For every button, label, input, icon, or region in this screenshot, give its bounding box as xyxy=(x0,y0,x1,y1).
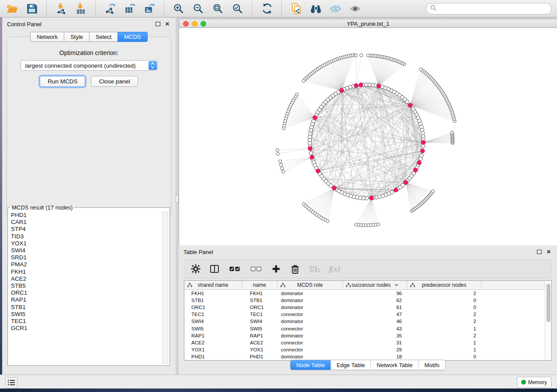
delete-column-icon[interactable] xyxy=(308,264,321,274)
gear-icon[interactable] xyxy=(190,264,201,274)
column-header-name[interactable]: name xyxy=(242,281,277,289)
mcds-result-item[interactable]: ORC1 xyxy=(11,289,160,296)
search-box[interactable] xyxy=(426,3,552,14)
search-network-icon[interactable] xyxy=(309,2,323,16)
close-panel-icon[interactable]: ✕ xyxy=(164,21,171,28)
import-table-icon[interactable] xyxy=(74,2,88,16)
export-table-icon[interactable] xyxy=(123,2,137,16)
copy-network-icon[interactable] xyxy=(289,2,303,16)
tab-select[interactable]: Select xyxy=(89,32,118,42)
network-graph[interactable] xyxy=(179,28,557,245)
cell-name: ORC1 xyxy=(242,305,277,310)
cell-predecessor-nodes: 2 xyxy=(407,333,481,338)
criterion-select[interactable]: largest connected component (undirected) xyxy=(21,60,158,71)
column-header-shared-name[interactable]: shared name xyxy=(184,281,242,289)
hide-unselected-icon[interactable] xyxy=(329,2,343,16)
tab-node-table[interactable]: Node Table xyxy=(291,360,331,370)
mcds-result-item[interactable]: YOX1 xyxy=(11,240,160,247)
node-table: shared namenameMCDS rolesuccessor nodesp… xyxy=(184,280,552,361)
cell-name: SWI5 xyxy=(242,326,277,331)
table-scrollbar[interactable] xyxy=(545,281,551,360)
export-network-icon[interactable] xyxy=(103,2,117,16)
table-row[interactable]: ORC1ORC1dominator610 xyxy=(184,304,551,311)
table-row[interactable]: TEC1TEC1connector472 xyxy=(184,311,551,318)
mcds-result-item[interactable]: SWI4 xyxy=(11,247,160,254)
search-input[interactable] xyxy=(439,5,547,12)
network-view-window: YPA_prune.txt_1 xyxy=(179,20,557,245)
mcds-result-item[interactable]: ACE2 xyxy=(11,275,160,282)
table-row[interactable]: RAP1RAP1dominator352 xyxy=(184,332,551,339)
panel-splitter[interactable] xyxy=(176,17,179,375)
mcds-result-item[interactable]: STP4 xyxy=(11,226,160,233)
table-row[interactable]: SWI4SWI4dominator462 xyxy=(184,318,551,325)
close-table-panel-icon[interactable]: ✕ xyxy=(545,248,552,255)
tab-network[interactable]: Network xyxy=(30,32,64,42)
open-file-icon[interactable] xyxy=(5,2,19,16)
mcds-result-item[interactable]: TEC1 xyxy=(11,318,160,325)
tab-network-table[interactable]: Network Table xyxy=(370,360,418,370)
columns-icon[interactable] xyxy=(209,264,220,274)
function-icon[interactable]: f(x) xyxy=(329,265,340,274)
cell-predecessor-nodes: 2 xyxy=(407,312,481,317)
column-header-successor-nodes[interactable]: successor nodes xyxy=(343,281,407,289)
trash-icon[interactable] xyxy=(290,264,300,274)
mcds-result-item[interactable]: STB5 xyxy=(11,282,160,289)
cell-MCDS-role: connector xyxy=(277,326,343,331)
table-row[interactable]: YOX1YOX1connector291 xyxy=(184,346,551,353)
float-panel-icon[interactable] xyxy=(154,21,161,28)
mcds-result-item[interactable]: GCR1 xyxy=(11,325,160,332)
mcds-result-item[interactable]: PHD1 xyxy=(11,212,160,219)
table-row[interactable]: ACE2ACE2connector311 xyxy=(184,339,551,346)
tab-motifs[interactable]: Motifs xyxy=(418,360,445,370)
column-header-MCDS-role[interactable]: MCDS role xyxy=(277,281,343,289)
table-panel-tabs: Node TableEdge TableNetwork TableMotifs xyxy=(290,360,446,370)
table-row[interactable]: SWI5SWI5connector431 xyxy=(184,325,551,332)
cell-MCDS-role: connector xyxy=(277,340,343,345)
save-session-icon[interactable] xyxy=(25,2,39,16)
export-image-icon[interactable] xyxy=(142,2,156,16)
refresh-icon[interactable] xyxy=(260,2,274,16)
mcds-result-item[interactable]: CAR1 xyxy=(11,219,160,226)
zoom-selected-icon[interactable] xyxy=(231,2,245,16)
column-header-predecessor-nodes[interactable]: predecessor nodes xyxy=(407,281,481,289)
mcds-result-item[interactable]: SWI5 xyxy=(11,311,160,318)
cell-name: YOX1 xyxy=(242,347,277,352)
cell-shared-name: STB1 xyxy=(184,298,242,303)
memory-button[interactable]: Memory xyxy=(517,377,551,388)
import-network-icon[interactable] xyxy=(54,2,68,16)
mcds-panel: Optimization criterion: largest connecte… xyxy=(7,37,171,218)
zoom-out-icon[interactable] xyxy=(191,2,205,16)
task-history-button[interactable] xyxy=(5,377,17,388)
zoom-fit-icon[interactable] xyxy=(211,2,225,16)
tab-style[interactable]: Style xyxy=(64,32,90,42)
mcds-result-item[interactable]: FKH1 xyxy=(11,268,160,275)
unselect-all-icon[interactable] xyxy=(249,264,263,274)
cell-predecessor-nodes: 2 xyxy=(407,291,481,296)
mcds-result-list: PHD1CAR1STP4TID3YOX1SWI4SRD1PMA2FKH1ACE2… xyxy=(11,212,160,364)
run-mcds-button[interactable]: Run MCDS xyxy=(40,76,85,87)
mcds-result-item[interactable]: TID3 xyxy=(11,233,160,240)
control-panel: Control Panel ✕ NetworkStyleSelectMCDS O… xyxy=(2,17,176,375)
mcds-result-box: MCDS result (17 nodes) PHD1CAR1STP4TID3Y… xyxy=(7,204,170,366)
tab-edge-table[interactable]: Edge Table xyxy=(330,360,370,370)
add-icon[interactable] xyxy=(271,264,281,274)
table-panel: Table Panel ✕ f(x) shared namenameMCDS r… xyxy=(179,245,557,375)
mcds-result-scrollbar[interactable] xyxy=(162,212,168,364)
mcds-result-item[interactable]: RAP1 xyxy=(11,296,160,303)
zoom-in-icon[interactable] xyxy=(172,2,186,16)
show-all-icon[interactable] xyxy=(348,2,362,16)
table-panel-header: Table Panel ✕ xyxy=(179,245,557,258)
table-row[interactable]: STB1STB1dominator620 xyxy=(184,297,551,304)
mcds-result-item[interactable]: STB1 xyxy=(11,304,160,311)
select-all-icon[interactable] xyxy=(228,264,241,274)
cell-successor-nodes: 47 xyxy=(343,312,407,317)
main-toolbar xyxy=(0,0,557,17)
scrollbar-thumb[interactable] xyxy=(547,284,550,322)
table-row[interactable]: FKH1FKH1dominator962 xyxy=(184,290,551,297)
close-panel-button[interactable]: Close panel xyxy=(91,76,138,87)
mcds-result-item[interactable]: SRD1 xyxy=(11,254,160,261)
float-table-panel-icon[interactable] xyxy=(536,248,543,255)
mcds-result-item[interactable]: PMA2 xyxy=(11,261,160,268)
tab-mcds[interactable]: MCDS xyxy=(118,32,147,42)
table-row[interactable]: PHD1PHD1dominator180 xyxy=(184,353,551,360)
